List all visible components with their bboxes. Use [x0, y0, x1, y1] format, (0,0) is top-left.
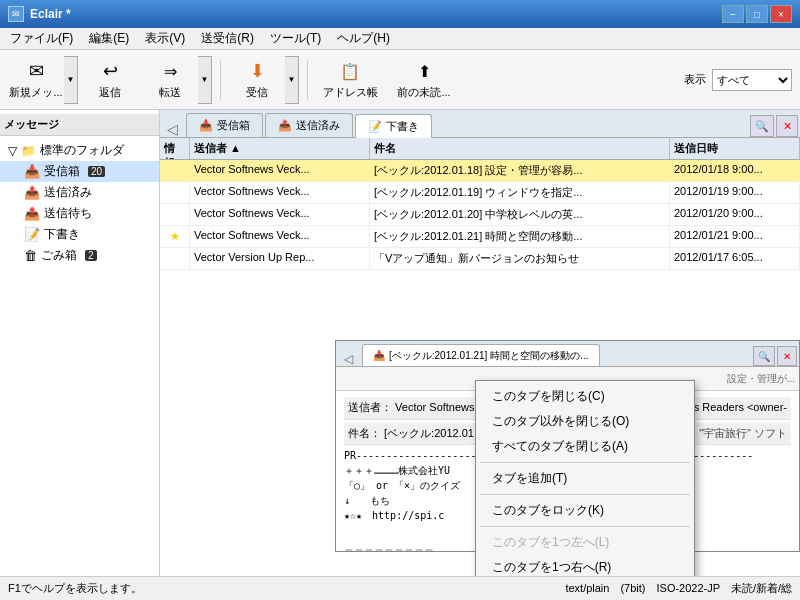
new-message-icon: ✉	[24, 59, 48, 83]
ctx-close-all[interactable]: すべてのタブを閉じる(A)	[476, 434, 694, 459]
reply-icon: ↩	[98, 59, 122, 83]
row5-info	[160, 248, 190, 269]
menu-tools[interactable]: ツール(T)	[264, 28, 327, 49]
second-close-icon[interactable]: ✕	[777, 346, 797, 366]
tab-inbox[interactable]: 📥 受信箱	[186, 113, 263, 137]
second-tab-bar: ◁ 📥 [ベックル:2012.01.21] 時間と空間の移動の... 🔍 ✕	[336, 341, 799, 367]
tab-sent-label: 送信済み	[296, 118, 340, 133]
second-search-icon[interactable]: 🔍	[753, 346, 775, 366]
sidebar-item-outbox[interactable]: 📤 送信待ち	[0, 203, 159, 224]
outbox-label: 送信待ち	[44, 205, 92, 222]
menu-help[interactable]: ヘルプ(H)	[331, 28, 396, 49]
tab-inbox-label: 受信箱	[217, 118, 250, 133]
email-row-2[interactable]: Vector Softnews Veck... [ベックル:2012.01.19…	[160, 182, 800, 204]
tab-sent[interactable]: 📤 送信済み	[265, 113, 353, 137]
tab-inbox-icon: 📥	[199, 119, 213, 132]
app-icon: ✉	[8, 6, 24, 22]
ctx-sep-2	[480, 494, 690, 495]
tab-draft[interactable]: 📝 下書き	[355, 114, 432, 138]
folder-tree: ▽ 📁 標準のフォルダ 📥 受信箱 20 📤 送信済み 📤 送信待ち 📝 下書き	[0, 136, 159, 270]
menu-send-recv[interactable]: 送受信(R)	[195, 28, 260, 49]
toolbar-sep-2	[307, 60, 308, 100]
display-label: 表示	[684, 72, 706, 87]
display-select[interactable]: すべて 未読 既読	[712, 69, 792, 91]
ctx-add-tab[interactable]: タブを追加(T)	[476, 466, 694, 491]
receive-btn-group: ⬇ 受信 ▼	[229, 56, 299, 104]
new-message-dropdown[interactable]: ▼	[64, 56, 78, 104]
tab-back-icon[interactable]: ◁	[160, 121, 184, 137]
header-subject[interactable]: 件名	[370, 138, 670, 159]
new-msg-btn-group: ✉ 新規メッ... ▼	[8, 56, 78, 104]
row4-info: ★	[160, 226, 190, 247]
root-folder[interactable]: ▽ 📁 標準のフォルダ	[0, 140, 159, 161]
star-icon: ★	[170, 230, 180, 243]
row1-info	[160, 160, 190, 181]
row5-date: 2012/01/17 6:05...	[670, 248, 800, 269]
trash-icon: 🗑	[24, 248, 37, 263]
header-info[interactable]: 情報	[160, 138, 190, 159]
sidebar-item-draft[interactable]: 📝 下書き	[0, 224, 159, 245]
prev-unread-icon: ⬆	[412, 59, 436, 83]
new-message-button[interactable]: ✉ 新規メッ...	[8, 56, 64, 104]
status-bar: F1でヘルプを表示します。 text/plain (7bit) ISO-2022…	[0, 576, 800, 600]
expand-icon: ▽	[8, 144, 17, 158]
row2-date: 2012/01/19 9:00...	[670, 182, 800, 203]
forward-dropdown[interactable]: ▼	[198, 56, 212, 104]
forward-icon: ⇒	[158, 59, 182, 83]
row1-subject: [ベックル:2012.01.18] 設定・管理が容易...	[370, 160, 670, 181]
inbox-badge: 20	[88, 166, 105, 177]
second-tab-back[interactable]: ◁	[336, 352, 360, 366]
sidebar-item-trash[interactable]: 🗑 ごみ箱 2	[0, 245, 159, 266]
ctx-move-right[interactable]: このタブを1つ右へ(R)	[476, 555, 694, 576]
ctx-close-tab[interactable]: このタブを閉じる(C)	[476, 384, 694, 409]
second-tab-main[interactable]: 📥 [ベックル:2012.01.21] 時間と空間の移動の...	[362, 344, 600, 366]
second-tab-icon: 📥	[373, 350, 385, 361]
row2-sender: Vector Softnews Veck...	[190, 182, 370, 203]
tab-bar: ◁ 📥 受信箱 📤 送信済み 📝 下書き 🔍 ✕	[160, 110, 800, 138]
row1-date: 2012/01/18 9:00...	[670, 160, 800, 181]
sent-icon: 📤	[24, 185, 40, 200]
main-area: メッセージ ▽ 📁 標準のフォルダ 📥 受信箱 20 📤 送信済み 📤 送信待ち	[0, 110, 800, 576]
email-row-5[interactable]: Vector Version Up Rep... 「Vアップ通知」新バージョンの…	[160, 248, 800, 270]
row4-date: 2012/01/21 9:00...	[670, 226, 800, 247]
sidebar-item-inbox[interactable]: 📥 受信箱 20	[0, 161, 159, 182]
toolbar: ✉ 新規メッ... ▼ ↩ 返信 ⇒ 転送 ▼ ⬇ 受信 ▼ 📋 アドレス帳 ⬆…	[0, 50, 800, 110]
app-title: Eclair *	[30, 7, 71, 21]
forward-button[interactable]: ⇒ 転送	[142, 56, 198, 104]
second-sender-label: 送信者：	[348, 401, 392, 413]
draft-label: 下書き	[44, 226, 80, 243]
header-sender[interactable]: 送信者 ▲	[190, 138, 370, 159]
close-panel-icon[interactable]: ✕	[776, 115, 798, 137]
close-button[interactable]: ×	[770, 5, 792, 23]
context-menu: このタブを閉じる(C) このタブ以外を閉じる(O) すべてのタブを閉じる(A) …	[475, 380, 695, 576]
address-book-icon: 📋	[338, 59, 362, 83]
row5-subject: 「Vアップ通知」新バージョンのお知らせ	[370, 248, 670, 269]
minimize-button[interactable]: −	[722, 5, 744, 23]
email-row-4[interactable]: ★ Vector Softnews Veck... [ベックル:2012.01.…	[160, 226, 800, 248]
menu-edit[interactable]: 編集(E)	[83, 28, 135, 49]
messages-label: メッセージ	[0, 114, 159, 136]
email-row-1[interactable]: Vector Softnews Veck... [ベックル:2012.01.18…	[160, 160, 800, 182]
content-area: ◁ 📥 受信箱 📤 送信済み 📝 下書き 🔍 ✕ 情報 送信者 ▲ 件名 送信日…	[160, 110, 800, 576]
address-book-button[interactable]: 📋 アドレス帳	[316, 56, 384, 104]
sidebar: メッセージ ▽ 📁 標準のフォルダ 📥 受信箱 20 📤 送信済み 📤 送信待ち	[0, 110, 160, 576]
reply-button[interactable]: ↩ 返信	[82, 56, 138, 104]
row4-sender: Vector Softnews Veck...	[190, 226, 370, 247]
ctx-close-others[interactable]: このタブ以外を閉じる(O)	[476, 409, 694, 434]
row3-sender: Vector Softnews Veck...	[190, 204, 370, 225]
second-toolbar-text: 設定・管理が...	[727, 372, 795, 386]
receive-dropdown[interactable]: ▼	[285, 56, 299, 104]
header-date[interactable]: 送信日時	[670, 138, 800, 159]
maximize-button[interactable]: □	[746, 5, 768, 23]
sidebar-item-sent[interactable]: 📤 送信済み	[0, 182, 159, 203]
email-row-3[interactable]: Vector Softnews Veck... [ベックル:2012.01.20…	[160, 204, 800, 226]
receive-button[interactable]: ⬇ 受信	[229, 56, 285, 104]
search-icon[interactable]: 🔍	[750, 115, 774, 137]
menu-bar: ファイル(F) 編集(E) 表示(V) 送受信(R) ツール(T) ヘルプ(H)	[0, 28, 800, 50]
second-subject-label: 件名：	[348, 427, 381, 439]
ctx-lock-tab[interactable]: このタブをロック(K)	[476, 498, 694, 523]
menu-file[interactable]: ファイル(F)	[4, 28, 79, 49]
menu-view[interactable]: 表示(V)	[139, 28, 191, 49]
row2-info	[160, 182, 190, 203]
prev-unread-button[interactable]: ⬆ 前の未読...	[388, 56, 460, 104]
